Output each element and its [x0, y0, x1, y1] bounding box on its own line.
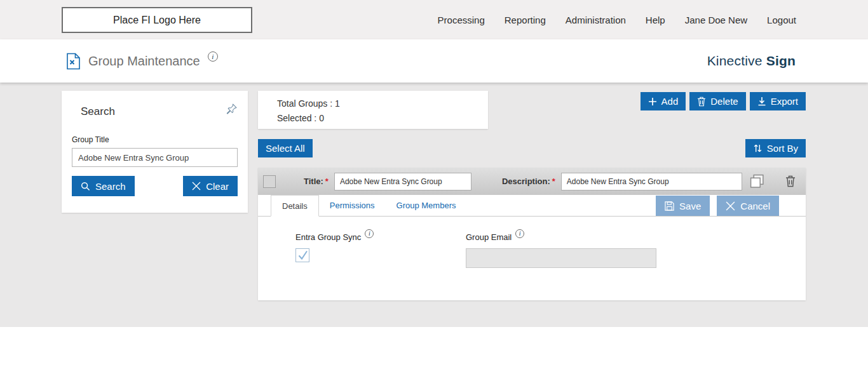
nav-reporting[interactable]: Reporting	[505, 15, 546, 25]
pin-icon[interactable]	[226, 103, 238, 117]
total-groups-count: Total Groups : 1	[277, 98, 488, 109]
required-asterisk: *	[552, 177, 555, 186]
save-button[interactable]: Save	[656, 196, 710, 216]
search-panel: Search Group Title Search Clear	[62, 91, 248, 213]
row-trash-icon[interactable]	[785, 175, 796, 187]
page-title: Group Maintenance	[88, 54, 200, 69]
save-icon	[665, 201, 674, 211]
entra-group-sync-checkbox[interactable]	[295, 248, 309, 262]
fi-logo-text: Place FI Logo Here	[113, 15, 201, 26]
copy-icon[interactable]	[749, 173, 765, 189]
title-label: Title:*	[304, 177, 329, 186]
top-nav: Processing Reporting Administration Help…	[438, 0, 796, 39]
brand-bold: Sign	[766, 53, 796, 68]
search-icon	[81, 182, 90, 191]
nav-administration[interactable]: Administration	[566, 15, 626, 25]
main-content: Search Group Title Search Clear Total	[0, 83, 868, 374]
delete-button[interactable]: Delete	[689, 92, 745, 110]
nav-processing[interactable]: Processing	[438, 15, 485, 25]
required-asterisk: *	[325, 177, 329, 186]
sort-by-button[interactable]: Sort By	[745, 139, 806, 157]
nav-user-jane-doe-new[interactable]: Jane Doe New	[685, 15, 747, 25]
group-title-label: Group Title	[72, 135, 238, 144]
description-label: Description:*	[502, 177, 555, 186]
brand-logo: Kinective Sign	[707, 53, 796, 69]
tab-permissions[interactable]: Permissions	[319, 195, 386, 216]
page-title-info-icon[interactable]	[208, 51, 218, 62]
group-email-field: Group Email	[466, 231, 656, 268]
download-icon	[757, 97, 766, 106]
clear-button[interactable]: Clear	[183, 176, 238, 196]
group-description-input[interactable]	[561, 173, 742, 190]
group-toolbar: Add Delete Export	[641, 92, 806, 110]
close-icon	[192, 182, 201, 190]
search-panel-title: Search	[72, 102, 115, 118]
top-bar: Place FI Logo Here Processing Reporting …	[0, 0, 868, 39]
group-email-info-icon[interactable]	[515, 229, 524, 238]
group-edit-panel: Title:* Description:* Details Permission…	[258, 168, 806, 300]
entra-group-sync-label: Entra Group Sync	[295, 232, 361, 242]
close-icon	[726, 201, 735, 211]
nav-logout[interactable]: Logout	[767, 15, 796, 25]
entra-group-sync-info-icon[interactable]	[365, 229, 374, 238]
nav-help[interactable]: Help	[646, 15, 665, 25]
select-all-button[interactable]: Select All	[258, 139, 313, 157]
page-header: Group Maintenance Kinective Sign	[0, 39, 868, 83]
plus-icon	[648, 97, 657, 106]
row-select-checkbox[interactable]	[263, 175, 276, 188]
entra-group-sync-field: Entra Group Sync	[295, 231, 374, 262]
cancel-button[interactable]: Cancel	[717, 196, 779, 216]
tab-group-members[interactable]: Group Members	[386, 195, 467, 216]
group-title-input[interactable]	[334, 173, 471, 190]
tab-details[interactable]: Details	[271, 195, 319, 217]
search-button[interactable]: Search	[72, 176, 135, 196]
selected-count: Selected : 0	[277, 113, 488, 123]
group-stats-box: Total Groups : 1 Selected : 0	[258, 91, 488, 129]
save-cancel-actions: Save Cancel	[656, 196, 779, 216]
sort-icon	[753, 144, 763, 153]
group-maintenance-doc-icon	[65, 53, 81, 70]
brand-regular: Kinective	[707, 53, 763, 68]
group-title-search-input[interactable]	[72, 148, 238, 167]
add-button[interactable]: Add	[641, 92, 686, 110]
fi-logo-placeholder: Place FI Logo Here	[62, 7, 252, 33]
group-row-header: Title:* Description:*	[258, 168, 806, 195]
export-button[interactable]: Export	[750, 92, 806, 110]
group-email-input	[466, 248, 656, 268]
group-email-label: Group Email	[466, 232, 512, 242]
trash-icon	[697, 97, 706, 107]
